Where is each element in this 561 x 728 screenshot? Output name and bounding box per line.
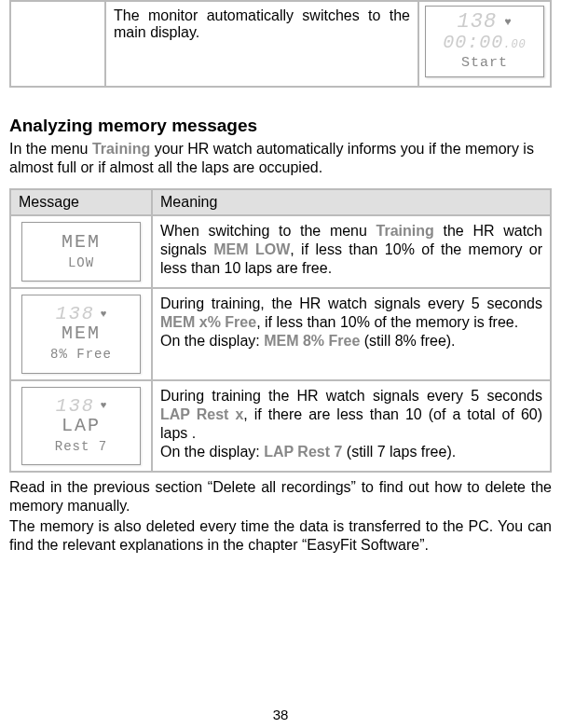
t1p0: During training, the HR watch signals ev… bbox=[160, 295, 542, 311]
meaning-laprest: During training the HR watch signals eve… bbox=[153, 381, 550, 471]
lcd-time: 00:00 bbox=[443, 32, 503, 53]
top-desc-text: The monitor automatically switches to th… bbox=[114, 7, 410, 40]
lcd-memfree-r3: 8% Free bbox=[26, 344, 136, 364]
lcd-laprest-r1: 138 bbox=[56, 397, 95, 416]
lcd-cell-memlow: MEM LOW bbox=[11, 216, 151, 287]
t1p2: , if less than 10% of the memory is free… bbox=[256, 314, 518, 330]
t1p5: (still 8% free). bbox=[360, 333, 455, 349]
heart-icon: ♥ bbox=[101, 309, 107, 322]
t2p3: On the display: bbox=[160, 444, 264, 460]
t2p5: (still 7 laps free). bbox=[342, 444, 456, 460]
t2p4: LAP Rest 7 bbox=[264, 444, 342, 460]
main-display-lcd: 138♥ 00:00.00 Start bbox=[425, 6, 544, 77]
intro-a: In the menu bbox=[9, 141, 92, 157]
lcd-memfree-r1: 138 bbox=[56, 305, 95, 323]
footer-p2: The memory is also deleted every time th… bbox=[9, 517, 552, 555]
lcd-memfree: 138♥ MEM 8% Free bbox=[21, 295, 141, 373]
t1p4: MEM 8% Free bbox=[264, 333, 360, 349]
page-number: 38 bbox=[0, 707, 561, 722]
lcd-laprest-r2: LAP bbox=[26, 416, 136, 436]
lcd-laprest-r3: Rest 7 bbox=[26, 436, 136, 457]
lcd-memlow-r2: MEM bbox=[26, 232, 136, 253]
top-table: The monitor automatically switches to th… bbox=[9, 0, 552, 88]
section-heading: Analyzing memory messages bbox=[9, 116, 552, 136]
table-header-row: Message Meaning bbox=[11, 190, 550, 214]
t1p1: MEM x% Free bbox=[160, 314, 256, 330]
top-lcd-cell: 138♥ 00:00.00 Start bbox=[419, 2, 550, 86]
top-desc-cell: The monitor automatically switches to th… bbox=[106, 2, 417, 86]
t2p0: During training the HR watch signals eve… bbox=[160, 388, 542, 404]
t1p3: On the display: bbox=[160, 333, 264, 349]
table-row: 138♥ LAP Rest 7 During training the HR w… bbox=[11, 381, 550, 471]
lcd-cell-memfree: 138♥ MEM 8% Free bbox=[11, 289, 151, 378]
heart-icon: ♥ bbox=[101, 400, 107, 413]
footer-p1: Read in the previous section “Delete all… bbox=[9, 478, 552, 515]
lcd-laprest: 138♥ LAP Rest 7 bbox=[21, 387, 141, 465]
section-intro: In the menu Training your HR watch autom… bbox=[9, 140, 552, 177]
table-row: 138♥ MEM 8% Free During training, the HR… bbox=[11, 289, 550, 378]
table-row: MEM LOW When switching to the menu Train… bbox=[11, 216, 550, 287]
t0p0: When switching to the menu bbox=[160, 223, 376, 239]
lcd-start: Start bbox=[430, 53, 540, 73]
heart-icon: ♥ bbox=[504, 17, 512, 28]
t0p3: MEM LOW bbox=[213, 241, 290, 257]
header-message: Message bbox=[11, 190, 151, 214]
meaning-memfree: During training, the HR watch signals ev… bbox=[153, 289, 550, 378]
t0p1: Training bbox=[376, 223, 434, 239]
top-empty-cell bbox=[11, 2, 104, 86]
meaning-memlow: When switching to the menu Training the … bbox=[153, 216, 550, 287]
lcd-memlow: MEM LOW bbox=[21, 222, 141, 282]
header-meaning: Meaning bbox=[153, 190, 550, 214]
intro-training: Training bbox=[92, 141, 150, 157]
lcd-memlow-r3: LOW bbox=[26, 253, 136, 273]
lcd-cell-laprest: 138♥ LAP Rest 7 bbox=[11, 381, 151, 471]
lcd-time-suffix: .00 bbox=[503, 38, 527, 51]
lcd-hr: 138 bbox=[458, 12, 498, 33]
lcd-memfree-r2: MEM bbox=[26, 323, 136, 344]
t2p1: LAP Rest x bbox=[160, 406, 243, 422]
message-table: Message Meaning MEM LOW When switching t… bbox=[9, 188, 552, 473]
